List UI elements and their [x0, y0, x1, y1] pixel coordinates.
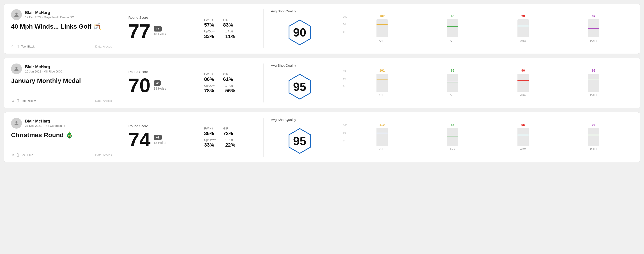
hex-score: 95 — [293, 134, 306, 148]
score-row: 70 -2 18 Holes — [128, 75, 187, 95]
gir-value: 83% — [223, 22, 233, 28]
user-meta: 29 Jan 2022 · Mill Ride GCC — [25, 70, 62, 73]
bar-wrapper — [518, 19, 529, 37]
score-badge-wrapper: +2 18 Holes — [154, 135, 166, 144]
middle-section: Round Score 70 -2 18 Holes — [119, 64, 196, 103]
bar-bg — [447, 136, 458, 146]
bar-wrapper — [447, 128, 458, 146]
hex-score: 95 — [293, 80, 306, 94]
stat-row-bottom: Up/Down 78% 1 Putt 56% — [204, 84, 255, 94]
bar-bg — [376, 24, 388, 37]
bar-bg — [588, 80, 599, 92]
cloud-icon — [11, 153, 15, 157]
y-max: 100 — [343, 124, 347, 127]
round-score-label: Round Score — [128, 70, 187, 74]
bar-line — [588, 80, 599, 80]
bar-label: PUTT — [590, 39, 597, 42]
stat-gir: GIR 61% — [223, 73, 233, 82]
fw-hit-value: 36% — [204, 130, 214, 136]
cloud-icon — [11, 45, 15, 48]
bar-group-ott: 110 OTT — [350, 123, 414, 151]
score-badge: +2 — [154, 135, 162, 140]
middle-section: Round Score 77 +5 18 Holes — [119, 9, 196, 48]
bar-wrapper — [376, 74, 388, 92]
user-meta: 12 Feb 2022 · Royal North Devon GC — [25, 15, 74, 19]
score-badge: -2 — [154, 80, 161, 86]
stat-gir: GIR 72% — [223, 127, 233, 136]
stat-gir: GIR 83% — [223, 18, 233, 28]
user-details: Blair McHarg 27 Dec 2021 · The Oxfordshi… — [25, 119, 65, 127]
user-name: Blair McHarg — [25, 10, 74, 15]
fw-hit-label: FW Hit — [204, 73, 214, 76]
bar-value-putt: 93 — [592, 123, 596, 127]
bar-group-arg: 96 ARG — [491, 69, 555, 97]
bottom-info: Tee: Black Data: Arccos — [11, 45, 112, 48]
updown-value: 33% — [204, 33, 216, 39]
stat-fw-hit: FW Hit 57% — [204, 18, 214, 28]
stat-row-top: FW Hit 36% GIR 72% — [204, 127, 255, 136]
updown-label: Up/Down — [204, 30, 216, 33]
fw-hit-label: FW Hit — [204, 18, 214, 22]
one-putt-label: 1 Putt — [225, 138, 235, 142]
bar-value-arg: 96 — [521, 69, 525, 72]
quality-section: Avg Shot Quality 95 — [264, 64, 336, 103]
svg-rect-1 — [17, 45, 19, 48]
bar-value-app: 86 — [451, 69, 454, 72]
bar-line — [447, 26, 458, 27]
fw-hit-value: 86% — [204, 76, 214, 82]
user-info: Blair McHarg 29 Jan 2022 · Mill Ride GCC — [11, 64, 112, 74]
score-badge-wrapper: +5 18 Holes — [154, 26, 166, 36]
hexagon-container: 90 — [285, 17, 314, 48]
stat-updown: Up/Down 78% — [204, 84, 216, 94]
chart-section: 100 50 0 107 OTT 95 — [336, 9, 633, 48]
bar-value-ott: 110 — [380, 123, 384, 127]
gir-value: 72% — [223, 130, 233, 136]
chart-section: 100 50 0 101 OTT 86 — [336, 64, 633, 103]
gir-value: 61% — [223, 76, 233, 82]
updown-label: Up/Down — [204, 84, 216, 87]
y-mid: 50 — [343, 77, 347, 80]
stat-one-putt: 1 Putt 22% — [225, 138, 235, 148]
updown-value: 33% — [204, 142, 216, 148]
chart-area: 107 OTT 95 APP 98 — [350, 15, 626, 42]
stats-section: FW Hit 86% GIR 61% Up/Down 78% 1 Putt — [196, 64, 264, 103]
user-name: Blair McHarg — [25, 119, 65, 124]
gir-label: GIR — [223, 127, 233, 130]
stat-one-putt: 1 Putt 56% — [225, 84, 235, 94]
chart-area: 101 OTT 86 APP 96 — [350, 70, 626, 97]
left-section: Blair McHarg 12 Feb 2022 · Royal North D… — [11, 9, 119, 48]
bar-bg — [588, 28, 599, 37]
tee-info: Tee: Yellow — [11, 99, 36, 103]
bar-value-putt: 99 — [592, 69, 596, 72]
bar-group-app: 86 APP — [420, 69, 485, 97]
bar-line — [376, 24, 388, 25]
one-putt-value: 22% — [225, 142, 235, 148]
bar-label: OTT — [380, 94, 385, 97]
y-min: 0 — [343, 31, 347, 33]
one-putt-label: 1 Putt — [225, 84, 235, 87]
bar-wrapper — [376, 19, 388, 37]
score-badge-wrapper: -2 18 Holes — [154, 80, 166, 90]
tee-label: Tee: Black — [21, 45, 34, 48]
bar-line — [376, 80, 388, 80]
left-section: Blair McHarg 29 Jan 2022 · Mill Ride GCC… — [11, 64, 119, 103]
bar-line — [447, 136, 458, 136]
bar-group-ott: 107 OTT — [350, 14, 414, 42]
data-source: Data: Arccos — [95, 99, 112, 103]
big-score: 74 — [128, 130, 150, 149]
avatar — [11, 64, 22, 74]
bar-bg — [447, 26, 458, 37]
tee-label: Tee: Blue — [21, 153, 33, 157]
stats-section: FW Hit 36% GIR 72% Up/Down 33% 1 Putt — [196, 118, 264, 157]
round-score-label: Round Score — [128, 124, 187, 128]
updown-value: 78% — [204, 88, 216, 94]
svg-point-5 — [15, 67, 17, 69]
round-title: Christmas Round 🎄 — [11, 131, 112, 139]
bag-icon — [16, 153, 20, 157]
stat-updown: Up/Down 33% — [204, 30, 216, 39]
bar-group-ott: 101 OTT — [350, 69, 414, 97]
quality-label: Avg Shot Quality — [271, 118, 296, 122]
stat-row-bottom: Up/Down 33% 1 Putt 11% — [204, 30, 255, 39]
bar-label: APP — [450, 94, 455, 97]
gir-label: GIR — [223, 73, 233, 76]
